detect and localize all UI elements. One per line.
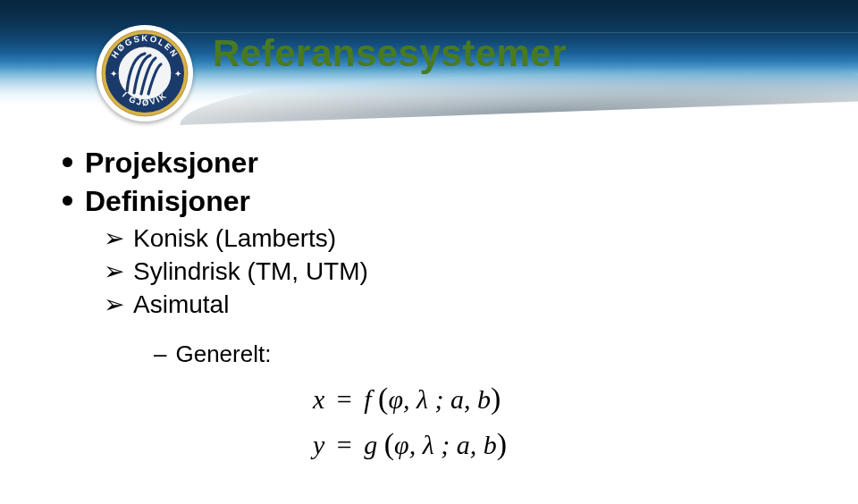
formula-args: φ, λ ; a, b — [394, 430, 497, 459]
subbullet-text: Sylindrisk (TM, UTM) — [133, 257, 368, 285]
logo-svg: HØGSKOLEN I GJØVIK ✦ ✦ — [100, 29, 189, 118]
arrow-icon: ➢ — [104, 290, 124, 318]
slide-content: Projeksjoner Definisjoner ➢Konisk (Lambe… — [63, 141, 822, 466]
formula-lhs: y — [313, 430, 324, 459]
close-paren-icon: ) — [497, 427, 507, 460]
subbullet-sylindrisk: ➢Sylindrisk (TM, UTM) — [104, 256, 822, 286]
svg-text:✦: ✦ — [110, 69, 117, 79]
formula-fn: f — [364, 384, 371, 414]
subsubbullet-text: Generelt: — [175, 340, 271, 367]
formula-fn: g — [364, 430, 377, 459]
bullet-projeksjoner: Projeksjoner — [63, 147, 822, 180]
bullet-text: Definisjoner — [85, 185, 250, 217]
subbullet-konisk: ➢Konisk (Lamberts) — [104, 223, 822, 253]
bullet-text: Projeksjoner — [85, 147, 258, 179]
subbullet-text: Asimutal — [133, 290, 229, 318]
institution-logo: HØGSKOLEN I GJØVIK ✦ ✦ — [97, 25, 193, 122]
formula-lhs: x — [313, 384, 324, 414]
subbullet-text: Konisk (Lamberts) — [133, 224, 336, 252]
arrow-icon: ➢ — [104, 257, 124, 285]
formula-line-2: y = g (φ, λ ; a, b) — [313, 421, 822, 466]
open-paren-icon: ( — [384, 427, 394, 460]
svg-text:✦: ✦ — [174, 69, 181, 79]
formula-line-1: x = f (φ, λ ; a, b) — [313, 375, 822, 421]
slide-title: Referansesystemer — [213, 32, 567, 75]
bullet-definisjoner: Definisjoner — [63, 185, 822, 218]
subsubbullet-generelt: –Generelt: — [154, 340, 822, 368]
subbullet-asimutal: ➢Asimutal — [104, 290, 822, 319]
formula-eq: = — [332, 430, 358, 459]
open-paren-icon: ( — [378, 382, 388, 415]
slide: HØGSKOLEN I GJØVIK ✦ ✦ Referansesystemer… — [0, 0, 858, 504]
close-paren-icon: ) — [491, 382, 500, 415]
bullet-icon — [63, 157, 72, 167]
formula-args: φ, λ ; a, b — [388, 384, 491, 414]
formula-eq: = — [332, 384, 358, 414]
arrow-icon: ➢ — [104, 224, 124, 252]
bullet-icon — [63, 196, 72, 206]
formula-block: x = f (φ, λ ; a, b) y = g (φ, λ ; a, b) — [313, 375, 822, 466]
dash-icon: – — [154, 340, 166, 367]
